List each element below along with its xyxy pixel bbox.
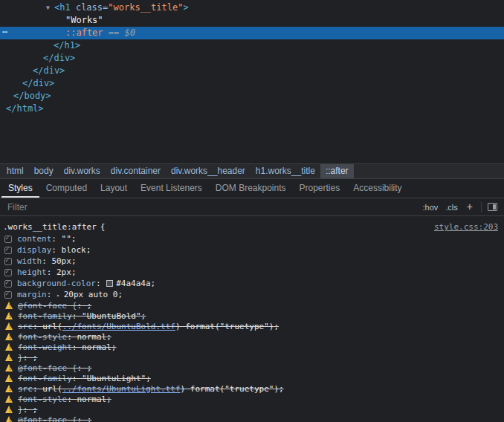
code-token: ;	[71, 267, 77, 277]
tab-accessibility[interactable]: Accessibility	[346, 179, 408, 198]
code-token: @font-face {	[18, 301, 77, 311]
declaration-text: font-style: normal;	[18, 332, 112, 342]
code-token: :	[51, 245, 61, 255]
code-token: ;	[106, 332, 112, 342]
warning-icon	[4, 312, 14, 320]
code-token: :	[42, 256, 51, 266]
invalid-css-line[interactable]: @font-face {: ;	[0, 300, 504, 311]
warning-icon	[4, 333, 14, 341]
breadcrumb-item[interactable]: html	[1, 164, 29, 178]
code-token: </body>	[13, 91, 51, 101]
code-token: >	[183, 2, 188, 13]
declaration-text: }: ;	[18, 405, 38, 415]
invalid-css-line[interactable]: src: url(../fonts/UbuntuBold.ttf) format…	[0, 321, 504, 331]
element-classes-toggle-button[interactable]: .cls	[442, 201, 462, 213]
declaration-text: src: url(../fonts/UbuntuLight.ttf) forma…	[18, 384, 284, 394]
code-token: "UbuntuLight"	[82, 374, 146, 383]
code-token: ) format("truetype")	[175, 322, 274, 331]
code-token: ;	[112, 343, 117, 352]
code-token: url(	[42, 384, 62, 394]
code-token: content	[17, 234, 51, 244]
color-swatch[interactable]	[106, 280, 113, 287]
tab-styles[interactable]: Styles	[1, 179, 39, 198]
breadcrumb-item[interactable]: div.works	[59, 164, 106, 178]
rule-source-link[interactable]: style.css:203	[434, 221, 498, 233]
declaration-checkbox[interactable]	[4, 258, 12, 265]
css-declaration[interactable]: display: block;	[0, 244, 504, 256]
styles-pane: .works__title:after { style.css:203 cont…	[0, 216, 504, 422]
invalid-css-line[interactable]: font-family: "UbuntuBold";	[0, 311, 504, 321]
code-token: margin	[17, 290, 47, 299]
code-token: url(	[42, 322, 62, 331]
invalid-css-line[interactable]: @font-face {: ;	[0, 363, 504, 373]
invalid-css-line[interactable]: src: url(../fonts/UbuntuLight.ttf) forma…	[0, 383, 504, 394]
new-style-rule-button[interactable]: +	[462, 201, 478, 214]
code-token: </div>	[22, 78, 54, 88]
invalid-css-line[interactable]: @font-face {: ;	[0, 415, 504, 422]
declaration-text: background-color: #4a4a4a;	[17, 279, 155, 288]
css-declaration[interactable]: height: 2px;	[0, 267, 504, 278]
dom-tree-line[interactable]: </div>	[0, 52, 504, 65]
code-token: :	[96, 279, 106, 288]
declaration-text: font-style: normal;	[18, 395, 112, 404]
css-declaration[interactable]: background-color: #4a4a4a;	[0, 278, 504, 289]
css-declaration[interactable]: content: "";	[0, 233, 504, 244]
dom-tree-line[interactable]: </body>	[0, 90, 504, 103]
dom-tree-line-selected[interactable]: ⋯::after == $0	[0, 27, 504, 39]
dom-tree-line[interactable]: "Works"	[0, 14, 504, 27]
code-token: ;	[118, 290, 123, 299]
filter-input[interactable]	[6, 201, 419, 213]
declaration-checkbox[interactable]	[4, 280, 12, 288]
dom-tree-line[interactable]: ▼<h1 class="works__title">	[0, 1, 504, 14]
css-declaration[interactable]: width: 50px;	[0, 256, 504, 267]
invalid-css-line[interactable]: font-family: "UbuntuLight";	[0, 373, 504, 383]
breadcrumb-item[interactable]: ::after	[320, 164, 354, 178]
dock-side-icon[interactable]	[488, 203, 497, 211]
code-token: ;	[71, 234, 77, 244]
declaration-text: content: "";	[17, 234, 76, 244]
code-token: </div>	[43, 53, 75, 63]
declaration-text: @font-face {: ;	[18, 415, 91, 422]
more-actions-icon[interactable]: ⋯	[2, 26, 7, 39]
warning-icon	[4, 354, 14, 362]
code-token: font-weight	[18, 343, 72, 352]
code-token: ▸	[56, 292, 64, 299]
warning-icon	[4, 364, 14, 372]
code-token: ::after	[65, 27, 103, 38]
pseudo-state-toggle-button[interactable]: :hov	[419, 201, 442, 213]
invalid-css-line[interactable]: }: ;	[0, 352, 504, 363]
tab-computed[interactable]: Computed	[39, 179, 94, 198]
dom-tree-line[interactable]: </div>	[0, 65, 504, 77]
breadcrumb-item[interactable]: div.works__header	[166, 164, 251, 178]
declaration-text: margin: ▸ 20px auto 0;	[17, 290, 123, 299]
tab-dom-breakpoints[interactable]: DOM Breakpoints	[209, 179, 293, 198]
breadcrumb-item[interactable]: h1.works__title	[251, 164, 320, 178]
dom-tree-line[interactable]: </h1>	[0, 39, 504, 52]
declaration-checkbox[interactable]	[4, 269, 12, 276]
declaration-checkbox[interactable]	[4, 247, 12, 254]
tab-layout[interactable]: Layout	[94, 179, 134, 198]
tab-event-listeners[interactable]: Event Listeners	[134, 179, 209, 198]
rule-selector[interactable]: .works__title:after	[3, 221, 97, 233]
code-token: ▼	[46, 1, 54, 14]
invalid-css-line[interactable]: font-style: normal;	[0, 331, 504, 342]
invalid-css-line[interactable]: font-weight: normal;	[0, 342, 504, 352]
breadcrumb-item[interactable]: div.container	[106, 164, 166, 178]
declaration-checkbox[interactable]	[4, 291, 12, 299]
declaration-text: }: ;	[18, 353, 38, 363]
declaration-checkbox[interactable]	[4, 236, 12, 243]
font-file-link[interactable]: ../fonts/UbuntuBold.ttf	[62, 322, 175, 331]
declaration-text: @font-face {: ;	[18, 301, 91, 311]
code-token: : ;	[23, 353, 38, 363]
dom-tree-line[interactable]: </html>	[0, 103, 504, 115]
tab-properties[interactable]: Properties	[293, 179, 347, 198]
invalid-css-line[interactable]: }: ;	[0, 404, 504, 415]
dom-tree-line[interactable]: </div>	[0, 77, 504, 90]
breadcrumb-bar: htmlbodydiv.worksdiv.containerdiv.works_…	[0, 163, 504, 179]
font-file-link[interactable]: ../fonts/UbuntuLight.ttf	[62, 384, 181, 394]
invalid-css-line[interactable]: font-style: normal;	[0, 394, 504, 404]
css-declaration[interactable]: margin: ▸ 20px auto 0;	[0, 289, 504, 300]
code-token: :	[33, 384, 42, 394]
code-token: }	[18, 405, 23, 415]
breadcrumb-item[interactable]: body	[29, 164, 59, 178]
